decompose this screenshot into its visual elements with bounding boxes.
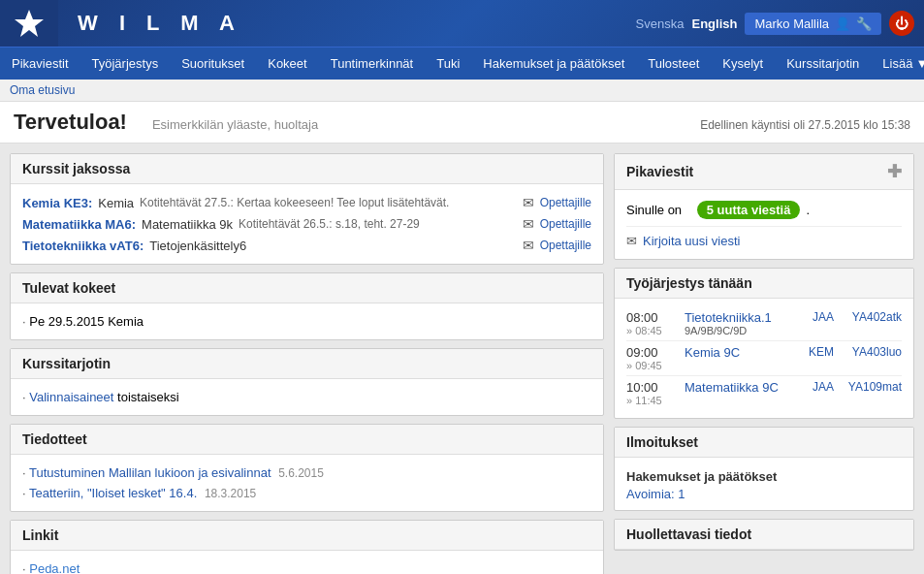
tyojarjestys-card: Työjärjestys tänään 08:00 » 08:45 Tietot… <box>614 268 914 419</box>
nav-kokeet[interactable]: Kokeet <box>256 48 318 80</box>
kurssit-title: Kurssit jaksossa <box>22 161 130 176</box>
ilmoitukset-card: Ilmoitukset Hakemukset ja päätökset Avoi… <box>614 427 914 511</box>
time-end-1: » 08:45 <box>626 325 675 336</box>
schedule-subject-3: Matematiikka 9C <box>685 380 795 395</box>
schedule-teacher-1: JAA <box>805 310 834 324</box>
teacher-link-3[interactable]: Opettajille <box>540 239 591 252</box>
course-actions-1: ✉ Opettajille <box>523 195 591 210</box>
email-icon-1: ✉ <box>523 195 534 210</box>
lang-english[interactable]: English <box>691 16 737 31</box>
tiedotteet-title: Tiedotteet <box>22 431 87 447</box>
svg-marker-0 <box>15 10 44 37</box>
avoimia-link[interactable]: Avoimia: 1 <box>626 487 685 501</box>
course-code-3[interactable]: Tietotekniikka vAT6: <box>22 239 143 253</box>
add-icon[interactable]: ✚ <box>887 161 902 182</box>
wrench-icon[interactable]: 🔧 <box>856 16 872 31</box>
course-code-2[interactable]: Matematiikka MA6: <box>22 217 136 232</box>
power-button[interactable]: ⏻ <box>889 11 914 36</box>
subject-link-3[interactable]: Matematiikka 9C <box>685 380 779 395</box>
list-item: Valinnaisaineet toistaiseksi <box>22 387 591 407</box>
hakemukset-section-title: Hakemukset ja päätökset <box>626 465 902 486</box>
email-icon-3: ✉ <box>523 238 534 253</box>
kurssitarjotin-title: Kurssitarjotin <box>22 356 111 371</box>
pikaviestit-header: Pikaviestit ✚ <box>615 154 913 190</box>
schedule-subject-2: Kemia 9C <box>685 345 795 360</box>
valinnaisaineet-link[interactable]: Valinnaisaineet <box>29 390 113 404</box>
nav-hakemukset[interactable]: Hakemukset ja päätökset <box>471 48 636 80</box>
course-code-1[interactable]: Kemia KE3: <box>22 196 92 210</box>
subject-link-1[interactable]: Tietotekniikka.1 <box>685 310 772 325</box>
lang-svenska[interactable]: Svenska <box>636 16 685 31</box>
course-name-3: Tietojenkäsittely6 <box>149 239 246 253</box>
tiedote-link-1[interactable]: Tutustuminen Mallilan lukioon ja esivali… <box>29 465 271 480</box>
nav-tuntimerkinnät[interactable]: Tuntimerkinnät <box>319 48 426 80</box>
tiedotteet-card: Tiedotteet Tutustuminen Mallilan lukioon… <box>10 424 604 512</box>
kurssitarjotin-body: Valinnaisaineet toistaiseksi <box>11 379 603 415</box>
compose-link[interactable]: Kirjoita uusi viesti <box>643 234 740 248</box>
tulevat-kokeet-title: Tulevat kokeet <box>22 280 115 296</box>
schedule-time-3: 10:00 » 11:45 <box>626 380 675 406</box>
room-link-2[interactable]: YA403luo <box>852 345 902 359</box>
nav-lisaa[interactable]: Lisää ▼ <box>871 48 924 80</box>
breadcrumb: Oma etusivu <box>0 80 924 102</box>
list-item: Teatteriin, "Iloiset lesket" 16.4. 18.3.… <box>22 483 591 503</box>
kurssit-header: Kurssit jaksossa <box>11 154 603 184</box>
course-actions-3: ✉ Opettajille <box>523 238 591 253</box>
person-icon: 👤 <box>835 16 850 31</box>
message-prefix: Sinulle on <box>626 203 682 217</box>
koe-text: Pe 29.5.2015 Kemia <box>29 314 143 329</box>
tiedote-link-2[interactable]: Teatteriin, "Iloiset lesket" 16.4. <box>29 486 197 500</box>
huollettavasi-title: Huollettavasi tiedot <box>626 526 751 542</box>
list-item: Avoimia: 1 <box>626 486 902 502</box>
nav-suoritukset[interactable]: Suoritukset <box>170 48 256 80</box>
app-header: W I L M A Svenska English Marko Mallila … <box>0 0 924 47</box>
teacher-code-3[interactable]: JAA <box>812 380 834 394</box>
nav-tyojarjestys[interactable]: Työjärjestys <box>80 48 171 80</box>
envelope-icon: ✉ <box>626 234 637 248</box>
pikaviestit-card: Pikaviestit ✚ Sinulle on 5 uutta viestiä… <box>614 153 914 260</box>
course-name-1: Kemia <box>98 196 134 210</box>
linkit-card: Linkit Peda.net <box>10 520 604 574</box>
app-title: W I L M A <box>58 11 636 36</box>
main-content: Kurssit jaksossa Kemia KE3: Kemia Kotite… <box>0 144 924 574</box>
welcome-title: Tervetuloa! <box>14 110 127 135</box>
nav-tuki[interactable]: Tuki <box>425 48 471 80</box>
tiedotteet-body: Tutustuminen Mallilan lukioon ja esivali… <box>11 455 603 511</box>
peda-link[interactable]: Peda.net <box>29 561 80 574</box>
tiedote-date-1: 5.6.2015 <box>278 466 324 480</box>
teacher-link-2[interactable]: Opettajille <box>540 217 591 231</box>
right-column: Pikaviestit ✚ Sinulle on 5 uutta viestiä… <box>614 153 914 574</box>
course-row: Tietotekniikka vAT6: Tietojenkäsittely6 … <box>22 235 591 256</box>
tiedotteet-header: Tiedotteet <box>11 425 603 455</box>
nav-pikaviestit[interactable]: Pikaviestit <box>0 48 80 80</box>
schedule-time-1: 08:00 » 08:45 <box>626 310 675 336</box>
room-link-1[interactable]: YA402atk <box>852 310 902 324</box>
kurssit-body: Kemia KE3: Kemia Kotitehtävät 27.5.: Ker… <box>11 184 603 264</box>
tulevat-kokeet-header: Tulevat kokeet <box>11 273 603 303</box>
time-end-3: » 11:45 <box>626 395 675 406</box>
nav-kurssitarjotin[interactable]: Kurssitarjotin <box>775 48 871 80</box>
nav-tulosteet[interactable]: Tulosteet <box>636 48 711 80</box>
welcome-subtitle: Esimerkkilän yläaste, huoltaja <box>152 117 318 132</box>
schedule-room-2: YA403luo <box>844 345 902 359</box>
breadcrumb-link[interactable]: Oma etusivu <box>10 83 75 97</box>
valinnaisaineet-suffix: toistaiseksi <box>113 390 178 404</box>
teacher-code-2[interactable]: KEM <box>809 345 834 359</box>
nav-kyselyt[interactable]: Kyselyt <box>711 48 775 80</box>
course-row: Kemia KE3: Kemia Kotitehtävät 27.5.: Ker… <box>22 192 591 213</box>
pikaviestit-title: Pikaviestit <box>626 164 693 179</box>
ilmoitukset-header: Ilmoitukset <box>615 428 913 458</box>
course-note-1: Kotitehtävät 27.5.: Kertaa kokeeseen! Te… <box>140 196 449 209</box>
subject-link-2[interactable]: Kemia 9C <box>685 345 740 360</box>
welcome-bar: Tervetuloa! Esimerkkilän yläaste, huolta… <box>0 102 924 144</box>
teacher-code-1[interactable]: JAA <box>812 310 834 324</box>
tulevat-kokeet-card: Tulevat kokeet Pe 29.5.2015 Kemia <box>10 272 604 340</box>
tyojarjestys-header: Työjärjestys tänään <box>615 269 913 299</box>
course-name-2: Matematiikka 9k <box>142 217 233 232</box>
header-right: Svenska English Marko Mallila 👤 🔧 ⏻ <box>636 11 924 36</box>
room-link-3[interactable]: YA109mat <box>848 380 902 394</box>
left-column: Kurssit jaksossa Kemia KE3: Kemia Kotite… <box>10 153 604 574</box>
schedule-row: 10:00 » 11:45 Matematiikka 9C JAA YA109m… <box>626 376 902 410</box>
teacher-link-1[interactable]: Opettajille <box>540 196 591 209</box>
chevron-down-icon: ▼ <box>915 56 924 71</box>
